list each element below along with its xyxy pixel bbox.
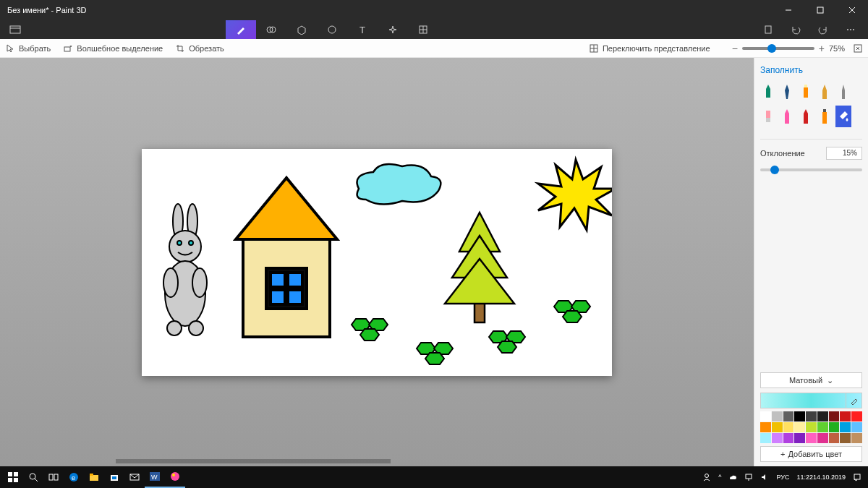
- svg-rect-35: [271, 273, 285, 287]
- close-button[interactable]: [836, 0, 868, 20]
- palette-color[interactable]: [794, 422, 805, 432]
- taskview-button[interactable]: [43, 466, 64, 488]
- palette-color[interactable]: [817, 411, 828, 421]
- crop-button[interactable]: Обрезать: [176, 44, 224, 53]
- palette-color[interactable]: [794, 411, 805, 421]
- horizontal-scrollbar[interactable]: [116, 459, 391, 463]
- canvas-viewport[interactable]: [0, 58, 754, 466]
- palette-color[interactable]: [760, 411, 771, 421]
- tray-notifications-icon[interactable]: [849, 466, 865, 488]
- search-button[interactable]: [23, 466, 43, 488]
- taskbar-paint3d[interactable]: [165, 466, 185, 488]
- tray-chevron-up-icon[interactable]: ^: [715, 466, 725, 488]
- paste-button[interactable]: [758, 20, 778, 39]
- canvas[interactable]: [142, 149, 612, 376]
- shapes3d-tab[interactable]: [286, 20, 317, 39]
- grid-icon: [590, 44, 598, 53]
- shapes2d-tab[interactable]: [256, 20, 286, 39]
- marker-tool[interactable]: [760, 81, 776, 103]
- palette-color[interactable]: [794, 433, 805, 443]
- tray-people-icon[interactable]: [699, 466, 715, 488]
- svg-point-31: [189, 321, 203, 335]
- maximize-button[interactable]: [804, 0, 836, 20]
- svg-rect-37: [271, 290, 285, 304]
- sidebar-tab-fill[interactable]: Заполнить: [760, 62, 862, 81]
- zoom-out-button[interactable]: −: [732, 43, 738, 54]
- zoom-control: − + 75%: [732, 43, 862, 54]
- svg-point-14: [847, 29, 848, 30]
- palette-color[interactable]: [806, 411, 817, 421]
- palette-color[interactable]: [829, 422, 840, 432]
- palette-color[interactable]: [783, 411, 794, 421]
- palette-color[interactable]: [806, 422, 817, 432]
- palette-color[interactable]: [772, 422, 783, 432]
- oil-brush-tool[interactable]: [798, 81, 814, 103]
- add-color-button[interactable]: + Добавить цвет: [760, 446, 862, 462]
- palette-color[interactable]: [760, 433, 771, 443]
- palette-color[interactable]: [806, 433, 817, 443]
- crayon-tool[interactable]: [779, 106, 795, 127]
- watercolor-tool[interactable]: [817, 81, 833, 103]
- tray-onedrive-icon[interactable]: [725, 466, 741, 488]
- palette-color[interactable]: [840, 433, 851, 443]
- svg-rect-4: [10, 26, 20, 33]
- start-button[interactable]: [3, 466, 23, 488]
- file-menu-button[interactable]: [7, 23, 23, 36]
- deviation-slider[interactable]: [760, 168, 862, 171]
- eraser-tool[interactable]: [760, 106, 776, 127]
- palette-color[interactable]: [783, 422, 794, 432]
- taskbar-mail[interactable]: [124, 466, 145, 488]
- text-tab[interactable]: T: [347, 20, 378, 39]
- svg-point-65: [30, 474, 35, 479]
- palette-color[interactable]: [851, 411, 862, 421]
- spray-tool[interactable]: [817, 106, 833, 127]
- pen-tool[interactable]: [779, 81, 795, 103]
- tray-clock[interactable]: 11:22 14.10.2019: [793, 466, 849, 488]
- tray-network-icon[interactable]: [741, 466, 757, 488]
- taskbar-edge[interactable]: e: [64, 466, 84, 488]
- zoom-in-button[interactable]: +: [819, 43, 825, 54]
- palette-color[interactable]: [829, 411, 840, 421]
- toggle-view-button[interactable]: Переключить представление: [590, 44, 710, 53]
- deviation-input[interactable]: 15%: [826, 147, 862, 160]
- pencil-tool[interactable]: [835, 81, 851, 103]
- minimize-button[interactable]: [773, 0, 804, 20]
- svg-point-78: [171, 472, 179, 481]
- tray-language[interactable]: РУС: [773, 466, 793, 488]
- undo-button[interactable]: [786, 20, 806, 39]
- palette-color[interactable]: [772, 411, 783, 421]
- taskbar-word[interactable]: W: [145, 466, 165, 488]
- brushes-tab[interactable]: [226, 20, 256, 39]
- fill-tool[interactable]: [835, 106, 851, 127]
- palette-color[interactable]: [840, 422, 851, 432]
- palette-color[interactable]: [851, 433, 862, 443]
- eyedropper-button[interactable]: [846, 393, 861, 408]
- taskbar-store[interactable]: [104, 466, 124, 488]
- palette-color[interactable]: [851, 422, 862, 432]
- zoom-slider[interactable]: [742, 47, 814, 50]
- more-button[interactable]: [841, 20, 861, 39]
- material-select[interactable]: Матовый ⌄: [760, 372, 862, 388]
- palette-color[interactable]: [829, 433, 840, 443]
- select-button[interactable]: Выбрать: [6, 44, 51, 53]
- palette-color[interactable]: [760, 422, 771, 432]
- palette-color[interactable]: [840, 411, 851, 421]
- canvas-tab[interactable]: [408, 20, 438, 39]
- svg-rect-60: [823, 109, 826, 112]
- magic-select-button[interactable]: Волшебное выделение: [64, 44, 163, 53]
- redo-button[interactable]: [813, 20, 833, 39]
- svg-point-24: [169, 231, 201, 262]
- svg-rect-38: [288, 290, 302, 304]
- palette-color[interactable]: [817, 433, 828, 443]
- pixel-pen-tool[interactable]: [798, 106, 814, 127]
- palette-color[interactable]: [783, 433, 794, 443]
- current-color-swatch[interactable]: [760, 393, 862, 408]
- effects-tab[interactable]: [378, 20, 408, 39]
- zoom-fit-icon[interactable]: [854, 44, 862, 53]
- palette-color[interactable]: [772, 433, 783, 443]
- palette-color[interactable]: [817, 422, 828, 432]
- stickers-tab[interactable]: [317, 20, 347, 39]
- svg-rect-17: [64, 47, 70, 51]
- tray-volume-icon[interactable]: [757, 466, 773, 488]
- taskbar-explorer[interactable]: [84, 466, 104, 488]
